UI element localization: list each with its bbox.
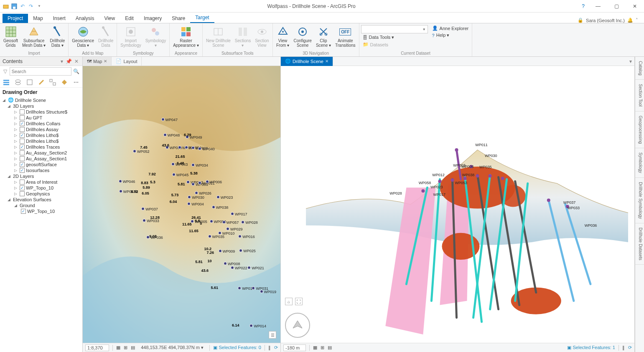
drillhole-collar[interactable]	[210, 220, 213, 223]
raster-appearance-button[interactable]: Raster Appearance ▾	[171, 24, 201, 48]
tab-project[interactable]: Project	[3, 14, 28, 23]
dock-tab[interactable]: Catalog	[635, 57, 644, 80]
drillhole-collar[interactable]	[186, 180, 190, 184]
drillhole-collar[interactable]	[185, 146, 188, 149]
drillhole-collar[interactable]	[119, 180, 122, 183]
toggle-light-icon[interactable]: ▤	[328, 345, 332, 350]
drillhole-collar[interactable]	[239, 249, 242, 252]
minimize-button[interactable]: —	[589, 0, 607, 13]
toggle-grid-icon[interactable]: ▦	[313, 345, 317, 350]
drillhole-collar[interactable]	[208, 235, 211, 238]
drillhole-collar[interactable]	[143, 219, 146, 222]
scale-dropdown[interactable]: 1:8,370	[85, 344, 109, 351]
tree-root[interactable]: ◢🌐Drillhole Scene	[0, 97, 82, 103]
drillhole-collar[interactable]	[171, 162, 175, 166]
pin-icon[interactable]: 📌	[64, 58, 73, 64]
qat-dropdown-icon[interactable]: ▼	[36, 3, 43, 10]
drillhole-collar[interactable]	[119, 190, 122, 193]
search-icon[interactable]: 🔍	[73, 68, 80, 74]
contents-search-input[interactable]	[10, 67, 71, 76]
toggle-mesh-icon[interactable]: ⊞	[321, 345, 324, 350]
subsurface-mesh-button[interactable]: Subsurface Mesh Data ▾	[20, 24, 47, 48]
depth-dropdown[interactable]: -180 m	[283, 344, 306, 351]
full-extent-icon[interactable]: ⛶	[295, 298, 303, 305]
drillhole-collar[interactable]	[141, 207, 145, 210]
refresh-icon[interactable]: ⟳	[628, 345, 632, 350]
tree-3d-layers[interactable]: ◢3D Layers	[0, 103, 82, 109]
drillhole-collar[interactable]	[222, 220, 226, 224]
drillhole-collar[interactable]	[198, 147, 201, 150]
tree-ground-layer[interactable]: ✓WP_Topo_10	[0, 208, 82, 214]
drillhole-collar[interactable]	[241, 220, 244, 224]
toggle-dynamic-icon[interactable]: ▤	[131, 345, 135, 350]
close-tab-icon[interactable]: ✕	[104, 59, 107, 63]
drillhole-collar[interactable]	[252, 286, 255, 290]
layout-tab[interactable]: 📄Layout	[112, 57, 142, 66]
drillhole-collar[interactable]	[216, 195, 220, 199]
clip-scene-button[interactable]: Clip Scene ▾	[314, 24, 333, 48]
drillhole-collar[interactable]	[133, 149, 136, 153]
tree-layer[interactable]: ▷Au_Assay_Section2	[0, 150, 82, 156]
dock-tab[interactable]: Drillhole Symbology	[635, 178, 644, 223]
list-by-labeling-icon[interactable]	[61, 79, 68, 86]
tree-elevation-surfaces[interactable]: ◢Elevation Surfaces	[0, 197, 82, 203]
geoscience-data-button[interactable]: Geoscience Data ▾	[70, 24, 96, 48]
dropdown-icon[interactable]: ▾	[59, 58, 64, 64]
tree-layer[interactable]: ▷✓Drillholes Collars	[0, 121, 82, 127]
drillhole-collar[interactable]	[188, 195, 191, 199]
drillhole-collar[interactable]	[198, 181, 201, 185]
drillhole-collar[interactable]	[187, 202, 191, 205]
map-canvas[interactable]: ☰ WP047WP048WP049WP050WP051WP054WP001WP0…	[83, 66, 280, 343]
drillhole-collar[interactable]	[219, 249, 222, 253]
geosoft-grids-button[interactable]: Geosoft Grids	[2, 24, 20, 48]
pause-icon[interactable]: ‖	[622, 345, 625, 350]
drillhole-collar[interactable]	[191, 163, 195, 167]
drillhole-collar[interactable]	[191, 220, 194, 223]
tree-layer[interactable]: ▷Au GPT	[0, 115, 82, 121]
drillhole-collar[interactable]	[146, 236, 150, 239]
view-menu-icon[interactable]: ▾	[627, 58, 634, 64]
dock-tab[interactable]: Drillhole Datasets	[635, 223, 644, 265]
animate-transitions-button[interactable]: OFFAnimate Transitions	[333, 24, 357, 48]
pause-icon[interactable]: ‖	[268, 345, 271, 350]
list-by-snapping-icon[interactable]	[49, 79, 56, 86]
close-button[interactable]: ✕	[626, 0, 644, 13]
scene-canvas[interactable]: ⌂ ⛶ WP011WP030WP003WP008WP035WP012WP038W…	[281, 66, 634, 343]
drillhole-collar[interactable]	[165, 146, 169, 149]
tab-map[interactable]: Map	[28, 14, 48, 23]
tree-layer[interactable]: ▷✓Isosurfaces	[0, 167, 82, 173]
data-tools-button[interactable]: 🗄Data Tools ▾	[361, 34, 428, 41]
tree-layer[interactable]: ▷Area of Interest	[0, 179, 82, 185]
map-attributes-icon[interactable]: ☰	[269, 331, 276, 339]
navigator-widget[interactable]	[285, 313, 310, 338]
list-by-editing-icon[interactable]	[38, 79, 45, 86]
drillhole-collar[interactable]	[186, 135, 189, 139]
drillhole-collar[interactable]	[218, 231, 221, 235]
tree-layer[interactable]: ▷✓WP_Topo_10	[0, 185, 82, 191]
drillhole-collar[interactable]	[178, 146, 181, 149]
tree-layer[interactable]: ▷✓Drillholes Litho$	[0, 132, 82, 138]
configure-scene-button[interactable]: Configure Scene	[292, 24, 313, 48]
tree-layer[interactable]: ▷Au_Assay_Section1	[0, 156, 82, 162]
more-icon[interactable]: ⋯	[72, 79, 80, 86]
drillhole-collar[interactable]	[231, 212, 234, 215]
tab-share[interactable]: Share	[167, 14, 190, 23]
undo-icon[interactable]: ↶	[19, 3, 26, 10]
open-icon[interactable]	[3, 3, 9, 10]
list-by-drawing-order-icon[interactable]	[3, 79, 10, 86]
selection-status[interactable]: ▣ Selected Features: 1	[567, 345, 615, 350]
map-tab[interactable]: 🗺Map✕	[83, 57, 112, 66]
tree-layer[interactable]: ▷Drillholes Litho$	[0, 138, 82, 144]
toggle-snap-icon[interactable]: ⊞	[124, 345, 127, 350]
drillhole-collar[interactable]	[195, 191, 198, 195]
tree-ground[interactable]: ◢Ground	[0, 203, 82, 208]
collapse-ribbon-icon[interactable]: ˄	[636, 18, 638, 23]
home-view-icon[interactable]: ⌂	[285, 298, 293, 305]
save-icon[interactable]	[11, 3, 18, 10]
drillhole-collar[interactable]	[260, 290, 263, 293]
toggle-grid-icon[interactable]: ▦	[116, 345, 120, 350]
view-from-button[interactable]: View From ▾	[275, 24, 291, 48]
refresh-icon[interactable]: ⟳	[274, 345, 278, 350]
tab-view[interactable]: View	[99, 14, 120, 23]
tree-layer[interactable]: ▷Drillholes Assay	[0, 127, 82, 132]
